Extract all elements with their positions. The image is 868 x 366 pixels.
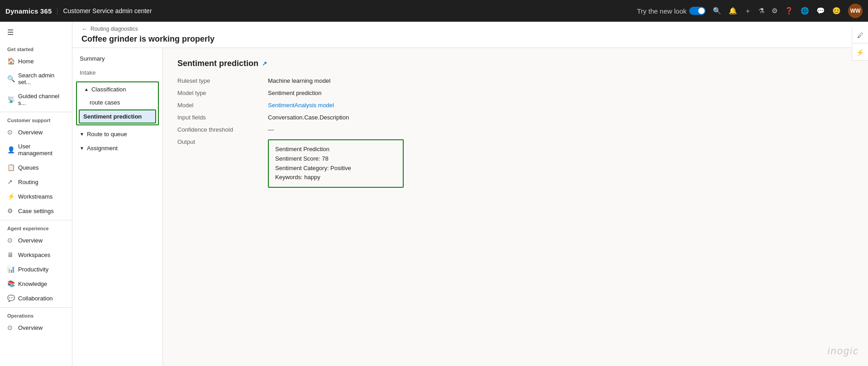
customer-support-label: Customer support (0, 114, 72, 125)
bell-icon[interactable]: 🔔 (729, 7, 737, 15)
output-box: Sentiment Prediction Sentiment Score: 78… (268, 139, 404, 188)
sidebar-item-cs-overview[interactable]: ⊙ Overview (0, 125, 72, 139)
plus-icon[interactable]: ＋ (744, 7, 751, 15)
cs-overview-icon: ⊙ (7, 128, 14, 136)
back-button[interactable]: ← (81, 25, 88, 33)
get-started-label: Get started (0, 43, 72, 54)
sidebar-item-guided-label: Guided channel s... (18, 93, 65, 106)
queues-icon: 📋 (7, 164, 14, 171)
detail-grid: Ruleset type Machine learning model Mode… (177, 77, 494, 188)
sidebar-item-home[interactable]: 🏠 Home (0, 54, 72, 68)
sidebar-item-search-label: Search admin set... (18, 72, 65, 86)
avatar[interactable]: WW (848, 4, 863, 18)
breadcrumb-parent: Routing diagnostics (91, 26, 138, 32)
model-label: Model (177, 102, 268, 109)
toggle-switch[interactable] (689, 7, 706, 15)
globe-icon[interactable]: 🌐 (801, 7, 809, 15)
left-nav-classification[interactable]: ▲ Classification (77, 82, 158, 96)
external-link-icon[interactable]: ↗ (262, 60, 267, 67)
left-nav-intake[interactable]: Intake (72, 66, 162, 80)
ruleset-type-value: Machine learning model (268, 77, 494, 84)
home-icon: 🏠 (7, 57, 14, 65)
filter-icon[interactable]: ⚗ (758, 7, 764, 15)
breadcrumb-bar: ← Routing diagnostics Coffee grinder is … (72, 22, 868, 48)
sidebar-item-workstreams[interactable]: ⚡ Workstreams (0, 189, 72, 204)
main-content: Sentiment prediction ↗ Ruleset type Mach… (163, 48, 868, 366)
routing-icon: ↗ (7, 178, 14, 185)
ruleset-type-label: Ruleset type (177, 77, 268, 84)
divider-2 (0, 220, 72, 220)
output-line-2: Sentiment Score: 78 (275, 154, 396, 164)
left-nav-panel: Summary Intake ▲ Classification route ca… (72, 48, 163, 366)
ops-overview-icon: ⊙ (7, 324, 14, 331)
route-queue-chevron: ▼ (80, 132, 84, 137)
output-line-1: Sentiment Prediction (275, 145, 396, 154)
agent-experience-label: Agent experience (0, 222, 72, 233)
app-name: Customer Service admin center (63, 7, 152, 14)
left-nav-route-to-queue[interactable]: ▼ Route to queue (72, 127, 162, 141)
hamburger-button[interactable]: ☰ (0, 22, 72, 43)
productivity-icon: 📊 (7, 266, 14, 273)
sidebar-item-search-admin[interactable]: 🔍 Search admin set... (0, 68, 72, 89)
output-line-4: Keywords: happy (275, 173, 396, 182)
content-area: ← Routing diagnostics Coffee grinder is … (72, 22, 868, 366)
knowledge-icon: 📚 (7, 280, 14, 287)
right-icon-2[interactable]: ⚡ (852, 44, 868, 61)
help-icon[interactable]: ❓ (785, 7, 793, 15)
dynamics-logo: Dynamics 365 (5, 7, 57, 15)
ae-overview-icon: ⊙ (7, 237, 14, 244)
sidebar-item-user-management[interactable]: 👤 User management (0, 139, 72, 160)
model-type-label: Model type (177, 90, 268, 96)
left-nav-summary[interactable]: Summary (72, 52, 162, 66)
sidebar-item-knowledge[interactable]: 📚 Knowledge (0, 276, 72, 291)
face-icon[interactable]: 😊 (832, 7, 841, 15)
collaboration-icon: 💬 (7, 295, 14, 302)
workstreams-icon: ⚡ (7, 193, 14, 200)
confidence-threshold-value: --- (268, 126, 494, 133)
model-type-value: Sentiment prediction (268, 90, 494, 96)
topbar: Dynamics 365 Customer Service admin cent… (0, 0, 868, 22)
right-icon-1[interactable]: 🖊 (852, 27, 868, 43)
sidebar-item-ae-overview[interactable]: ⊙ Overview (0, 233, 72, 247)
section-title: Sentiment prediction ↗ (177, 59, 854, 68)
output-line-3: Sentiment Category: Positive (275, 164, 396, 173)
assignment-chevron: ▼ (80, 146, 84, 151)
left-nav-sentiment-prediction[interactable]: Sentiment prediction (79, 109, 156, 124)
sidebar: ☰ Get started 🏠 Home 🔍 Search admin set.… (0, 22, 72, 366)
model-link[interactable]: SentimentAnalysis model (268, 102, 494, 109)
try-new-look-toggle[interactable]: Try the new look (637, 7, 706, 15)
operations-label: Operations (0, 309, 72, 320)
sidebar-item-case-settings[interactable]: ⚙ Case settings (0, 204, 72, 218)
output-label: Output (177, 138, 268, 145)
input-fields-label: Input fields (177, 114, 268, 121)
left-nav-route-cases[interactable]: route cases (77, 96, 158, 109)
settings-icon[interactable]: ⚙ (772, 7, 777, 15)
sidebar-item-routing[interactable]: ↗ Routing (0, 175, 72, 189)
sidebar-item-ops-overview[interactable]: ⊙ Overview (0, 320, 72, 335)
breadcrumb: ← Routing diagnostics (81, 25, 859, 34)
sidebar-item-workspaces[interactable]: 🖥 Workspaces (0, 247, 72, 262)
left-nav-assignment[interactable]: ▼ Assignment (72, 141, 162, 155)
topbar-right: Try the new look 🔍 🔔 ＋ ⚗ ⚙ ❓ 🌐 💬 😊 WW (637, 4, 863, 18)
sidebar-item-collaboration[interactable]: 💬 Collaboration (0, 291, 72, 305)
confidence-threshold-label: Confidence threshold (177, 126, 268, 133)
classification-chevron: ▲ (84, 87, 89, 92)
page-title: Coffee grinder is working properly (81, 34, 859, 48)
sidebar-item-home-label: Home (18, 58, 34, 65)
sidebar-item-productivity[interactable]: 📊 Productivity (0, 262, 72, 276)
input-fields-value: Conversation.Case.Description (268, 114, 494, 121)
case-settings-icon: ⚙ (7, 207, 14, 214)
search-icon[interactable]: 🔍 (713, 7, 721, 15)
workspaces-icon: 🖥 (7, 251, 14, 258)
guided-channel-icon: 📡 (7, 96, 14, 103)
chat-icon[interactable]: 💬 (816, 7, 825, 15)
classification-section: ▲ Classification route cases Sentiment p… (76, 81, 159, 125)
watermark: inogic (828, 345, 859, 357)
topbar-left: Dynamics 365 Customer Service admin cent… (5, 7, 152, 15)
sidebar-item-guided-channel[interactable]: 📡 Guided channel s... (0, 89, 72, 110)
right-icons-panel: 🖊 ⚡ (852, 27, 868, 61)
sidebar-item-queues[interactable]: 📋 Queues (0, 160, 72, 175)
inner-layout: Summary Intake ▲ Classification route ca… (72, 48, 868, 366)
divider-1 (0, 112, 72, 112)
user-mgmt-icon: 👤 (7, 146, 14, 153)
